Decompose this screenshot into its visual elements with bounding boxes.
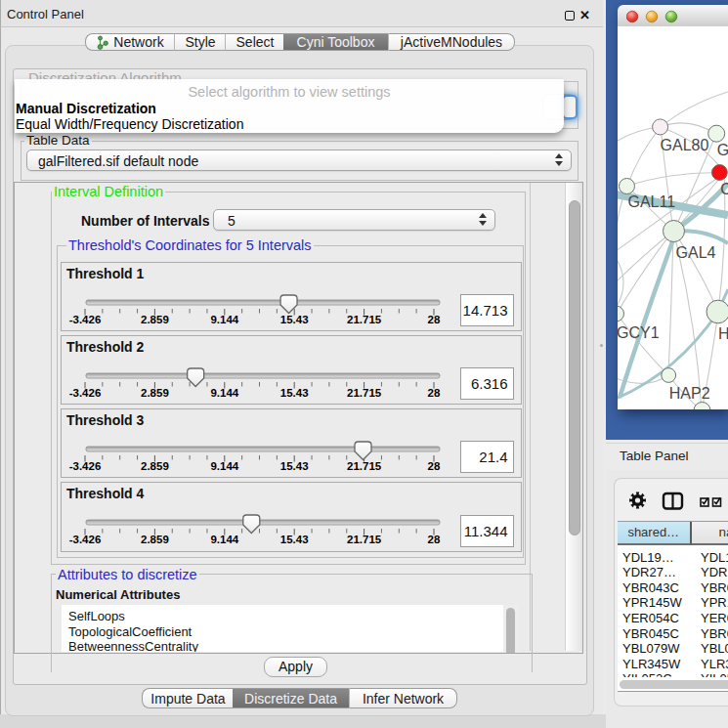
- svg-text:C: C: [720, 181, 728, 197]
- svg-text:9.144: 9.144: [210, 460, 238, 472]
- svg-text:15.43: 15.43: [280, 387, 309, 399]
- svg-text:-3.426: -3.426: [69, 460, 102, 472]
- svg-text:GAL11: GAL11: [628, 193, 676, 210]
- svg-text:HAP2: HAP2: [669, 385, 710, 402]
- svg-text:21.715: 21.715: [347, 387, 382, 399]
- svg-text:2.859: 2.859: [141, 460, 169, 472]
- svg-text:2.859: 2.859: [141, 314, 169, 325]
- svg-text:-3.426: -3.426: [69, 534, 102, 545]
- svg-text:9.144: 9.144: [210, 314, 238, 325]
- svg-text:H: H: [718, 325, 728, 342]
- svg-text:GAL80: GAL80: [661, 137, 709, 153]
- svg-text:15.43: 15.43: [280, 460, 309, 472]
- svg-text:2.859: 2.859: [141, 387, 169, 399]
- svg-text:21.715: 21.715: [347, 314, 382, 325]
- svg-text:GA: GA: [717, 142, 728, 158]
- svg-text:-3.426: -3.426: [69, 387, 102, 399]
- svg-text:28: 28: [428, 460, 441, 472]
- svg-text:28: 28: [428, 387, 441, 399]
- svg-text:15.43: 15.43: [280, 314, 309, 325]
- svg-text:9.144: 9.144: [210, 387, 238, 399]
- svg-text:9.144: 9.144: [210, 534, 238, 545]
- svg-text:28: 28: [428, 534, 441, 545]
- svg-text:28: 28: [428, 314, 441, 325]
- svg-text:-3.426: -3.426: [69, 314, 102, 325]
- svg-text:2.859: 2.859: [141, 534, 169, 545]
- svg-text:GCY1: GCY1: [618, 324, 660, 341]
- svg-text:21.715: 21.715: [347, 460, 382, 472]
- svg-text:21.715: 21.715: [347, 534, 382, 545]
- svg-text:15.43: 15.43: [280, 534, 309, 545]
- svg-text:GAL4: GAL4: [676, 244, 716, 261]
